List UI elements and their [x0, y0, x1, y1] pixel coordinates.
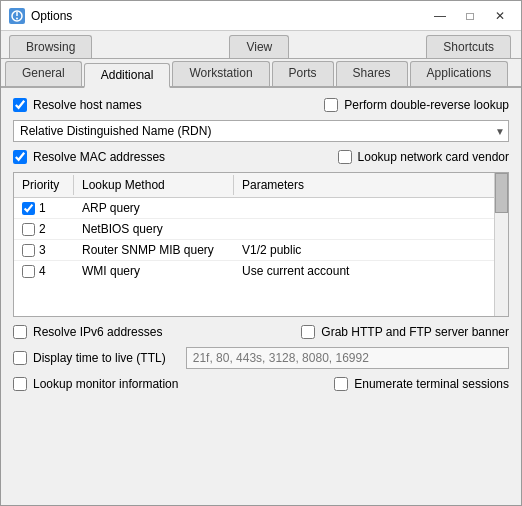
row1-checkbox[interactable]: [22, 202, 35, 215]
row3-priority-cell: 3: [14, 240, 74, 260]
resolve-mac-group: Resolve MAC addresses: [13, 150, 165, 164]
app-icon: [9, 8, 25, 24]
row3-method-cell: Router SNMP MIB query: [74, 240, 234, 260]
double-reverse-checkbox[interactable]: [324, 98, 338, 112]
resolve-host-group: Resolve host names: [13, 98, 142, 112]
display-ttl-label: Display time to live (TTL): [33, 351, 166, 365]
double-reverse-label: Perform double-reverse lookup: [344, 98, 509, 112]
tab-ports[interactable]: Ports: [272, 61, 334, 86]
title-bar: Options — □ ✕: [1, 1, 521, 31]
lookup-vendor-label: Lookup network card vendor: [358, 150, 509, 164]
enumerate-terminal-group: Enumerate terminal sessions: [334, 377, 509, 391]
row-resolve-mac: Resolve MAC addresses Lookup network car…: [13, 150, 509, 164]
row1-method-cell: ARP query: [74, 198, 234, 218]
display-ttl-group: Display time to live (TTL): [13, 351, 166, 365]
minimize-button[interactable]: —: [427, 6, 453, 26]
row2-params-cell: [234, 219, 508, 239]
table-row: 3 Router SNMP MIB query V1/2 public: [14, 240, 508, 261]
resolve-ipv6-label: Resolve IPv6 addresses: [33, 325, 162, 339]
lookup-monitor-label: Lookup monitor information: [33, 377, 178, 391]
row-monitor: Lookup monitor information Enumerate ter…: [13, 377, 509, 391]
scrollbar-thumb: [495, 173, 508, 213]
tab-row-1: Browsing View Shortcuts: [1, 31, 521, 59]
display-ttl-checkbox[interactable]: [13, 351, 27, 365]
table-scrollbar[interactable]: [494, 173, 508, 316]
options-window: Options — □ ✕ Browsing View Shortcuts Ge…: [0, 0, 522, 506]
row2-checkbox[interactable]: [22, 223, 35, 236]
lookup-table: Priority Lookup Method Parameters 1 ARP …: [13, 172, 509, 317]
svg-point-2: [16, 17, 18, 19]
rdn-dropdown[interactable]: Relative Distinguished Name (RDN) Distin…: [13, 120, 509, 142]
col-priority: Priority: [14, 175, 74, 195]
row3-params-cell: V1/2 public: [234, 240, 508, 260]
row3-priority: 3: [39, 243, 46, 257]
row4-params-cell: Use current account: [234, 261, 508, 281]
lookup-monitor-group: Lookup monitor information: [13, 377, 178, 391]
row2-priority: 2: [39, 222, 46, 236]
row4-priority: 4: [39, 264, 46, 278]
col-params: Parameters: [234, 175, 508, 195]
row-ipv6: Resolve IPv6 addresses Grab HTTP and FTP…: [13, 325, 509, 339]
tab-shares[interactable]: Shares: [336, 61, 408, 86]
tab-workstation[interactable]: Workstation: [172, 61, 269, 86]
row4-checkbox[interactable]: [22, 265, 35, 278]
tab-row-2: General Additional Workstation Ports Sha…: [1, 59, 521, 88]
table-row: 2 NetBIOS query: [14, 219, 508, 240]
window-title: Options: [31, 9, 72, 23]
row-resolve-host: Resolve host names Perform double-revers…: [13, 98, 509, 112]
dropdown-wrapper: Relative Distinguished Name (RDN) Distin…: [13, 120, 509, 142]
resolve-host-checkbox[interactable]: [13, 98, 27, 112]
title-buttons: — □ ✕: [427, 6, 513, 26]
resolve-ipv6-group: Resolve IPv6 addresses: [13, 325, 162, 339]
grab-http-label: Grab HTTP and FTP server banner: [321, 325, 509, 339]
lookup-vendor-checkbox[interactable]: [338, 150, 352, 164]
ttl-input[interactable]: [186, 347, 509, 369]
grab-http-group: Grab HTTP and FTP server banner: [301, 325, 509, 339]
row2-priority-cell: 2: [14, 219, 74, 239]
table-header: Priority Lookup Method Parameters: [14, 173, 508, 198]
col-method: Lookup Method: [74, 175, 234, 195]
row4-priority-cell: 4: [14, 261, 74, 281]
table-row: 1 ARP query: [14, 198, 508, 219]
row1-params-cell: [234, 198, 508, 218]
row3-checkbox[interactable]: [22, 244, 35, 257]
row4-method-cell: WMI query: [74, 261, 234, 281]
resolve-host-label: Resolve host names: [33, 98, 142, 112]
tab-general[interactable]: General: [5, 61, 82, 86]
row1-priority: 1: [39, 201, 46, 215]
lookup-monitor-checkbox[interactable]: [13, 377, 27, 391]
double-reverse-group: Perform double-reverse lookup: [324, 98, 509, 112]
maximize-button[interactable]: □: [457, 6, 483, 26]
title-bar-left: Options: [9, 8, 72, 24]
row2-method-cell: NetBIOS query: [74, 219, 234, 239]
row1-priority-cell: 1: [14, 198, 74, 218]
tab-view[interactable]: View: [229, 35, 289, 58]
enumerate-terminal-checkbox[interactable]: [334, 377, 348, 391]
enumerate-terminal-label: Enumerate terminal sessions: [354, 377, 509, 391]
lookup-vendor-group: Lookup network card vendor: [338, 150, 509, 164]
tab-browsing[interactable]: Browsing: [9, 35, 92, 58]
table-body: 1 ARP query 2 NetBIOS query: [14, 198, 508, 316]
close-button[interactable]: ✕: [487, 6, 513, 26]
ttl-input-group: [186, 347, 509, 369]
tab-shortcuts[interactable]: Shortcuts: [426, 35, 511, 58]
resolve-ipv6-checkbox[interactable]: [13, 325, 27, 339]
row-ttl: Display time to live (TTL): [13, 347, 509, 369]
tab-applications[interactable]: Applications: [410, 61, 509, 86]
content-area: Resolve host names Perform double-revers…: [1, 88, 521, 505]
resolve-mac-checkbox[interactable]: [13, 150, 27, 164]
resolve-mac-label: Resolve MAC addresses: [33, 150, 165, 164]
tab-additional[interactable]: Additional: [84, 63, 171, 88]
grab-http-checkbox[interactable]: [301, 325, 315, 339]
dropdown-row: Relative Distinguished Name (RDN) Distin…: [13, 120, 509, 142]
table-row: 4 WMI query Use current account: [14, 261, 508, 281]
